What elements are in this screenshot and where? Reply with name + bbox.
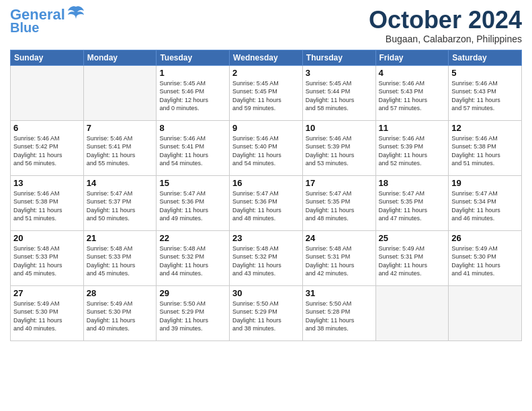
col-friday: Friday [375, 50, 449, 65]
day-info: Sunrise: 5:50 AM Sunset: 5:29 PM Dayligh… [159, 300, 226, 333]
day-number: 25 [379, 233, 446, 243]
day-number: 18 [379, 178, 446, 188]
day-number: 20 [13, 233, 81, 243]
col-thursday: Thursday [302, 50, 375, 65]
calendar-cell: 10Sunrise: 5:46 AM Sunset: 5:39 PM Dayli… [302, 120, 375, 175]
calendar-cell: 8Sunrise: 5:46 AM Sunset: 5:41 PM Daylig… [157, 120, 230, 175]
day-number: 19 [451, 178, 519, 188]
day-number: 6 [13, 123, 81, 133]
day-info: Sunrise: 5:47 AM Sunset: 5:37 PM Dayligh… [87, 189, 154, 223]
calendar-week-row: 1Sunrise: 5:45 AM Sunset: 5:46 PM Daylig… [11, 65, 522, 120]
day-number: 11 [379, 123, 446, 133]
col-wednesday: Wednesday [230, 50, 303, 65]
calendar-cell: 6Sunrise: 5:46 AM Sunset: 5:42 PM Daylig… [11, 120, 84, 175]
day-info: Sunrise: 5:48 AM Sunset: 5:31 PM Dayligh… [306, 244, 373, 278]
logo-bird-icon [66, 4, 85, 23]
calendar-cell: 30Sunrise: 5:50 AM Sunset: 5:29 PM Dayli… [230, 285, 303, 340]
header: General Blue October 2024 Bugaan, Calaba… [10, 7, 522, 44]
day-number: 14 [87, 178, 154, 188]
day-number: 30 [232, 288, 300, 298]
day-info: Sunrise: 5:46 AM Sunset: 5:38 PM Dayligh… [451, 134, 519, 168]
day-number: 4 [379, 68, 446, 78]
calendar-cell: 19Sunrise: 5:47 AM Sunset: 5:34 PM Dayli… [449, 175, 522, 230]
calendar-cell: 21Sunrise: 5:48 AM Sunset: 5:33 PM Dayli… [83, 230, 157, 285]
calendar-cell: 18Sunrise: 5:47 AM Sunset: 5:35 PM Dayli… [375, 175, 449, 230]
day-info: Sunrise: 5:50 AM Sunset: 5:29 PM Dayligh… [232, 300, 300, 333]
logo: General Blue [10, 7, 85, 35]
calendar-cell: 17Sunrise: 5:47 AM Sunset: 5:35 PM Dayli… [302, 175, 375, 230]
calendar-cell [449, 285, 522, 340]
day-info: Sunrise: 5:48 AM Sunset: 5:33 PM Dayligh… [87, 244, 154, 278]
calendar-cell: 13Sunrise: 5:46 AM Sunset: 5:38 PM Dayli… [11, 175, 84, 230]
day-info: Sunrise: 5:45 AM Sunset: 5:45 PM Dayligh… [232, 79, 300, 113]
day-info: Sunrise: 5:46 AM Sunset: 5:38 PM Dayligh… [13, 189, 81, 223]
day-info: Sunrise: 5:47 AM Sunset: 5:34 PM Dayligh… [451, 189, 519, 223]
calendar-cell: 7Sunrise: 5:46 AM Sunset: 5:41 PM Daylig… [83, 120, 157, 175]
calendar-cell: 2Sunrise: 5:45 AM Sunset: 5:45 PM Daylig… [230, 65, 303, 120]
calendar-cell: 24Sunrise: 5:48 AM Sunset: 5:31 PM Dayli… [302, 230, 375, 285]
calendar-cell: 1Sunrise: 5:45 AM Sunset: 5:46 PM Daylig… [157, 65, 230, 120]
calendar-cell: 22Sunrise: 5:48 AM Sunset: 5:32 PM Dayli… [157, 230, 230, 285]
calendar-cell: 4Sunrise: 5:46 AM Sunset: 5:43 PM Daylig… [375, 65, 449, 120]
calendar-cell: 9Sunrise: 5:46 AM Sunset: 5:40 PM Daylig… [230, 120, 303, 175]
calendar-cell: 14Sunrise: 5:47 AM Sunset: 5:37 PM Dayli… [83, 175, 157, 230]
calendar-week-row: 13Sunrise: 5:46 AM Sunset: 5:38 PM Dayli… [11, 175, 522, 230]
day-info: Sunrise: 5:50 AM Sunset: 5:28 PM Dayligh… [306, 300, 373, 333]
calendar-cell: 28Sunrise: 5:49 AM Sunset: 5:30 PM Dayli… [83, 285, 157, 340]
day-info: Sunrise: 5:49 AM Sunset: 5:30 PM Dayligh… [87, 300, 154, 333]
calendar-cell: 11Sunrise: 5:46 AM Sunset: 5:39 PM Dayli… [375, 120, 449, 175]
day-number: 16 [232, 178, 300, 188]
logo-blue: Blue [10, 20, 39, 35]
day-number: 27 [13, 288, 81, 298]
calendar-cell: 5Sunrise: 5:46 AM Sunset: 5:43 PM Daylig… [449, 65, 522, 120]
main-container: General Blue October 2024 Bugaan, Calaba… [0, 0, 532, 348]
calendar-cell: 27Sunrise: 5:49 AM Sunset: 5:30 PM Dayli… [11, 285, 84, 340]
day-info: Sunrise: 5:49 AM Sunset: 5:30 PM Dayligh… [13, 300, 81, 333]
day-info: Sunrise: 5:46 AM Sunset: 5:42 PM Dayligh… [13, 134, 81, 168]
location-subtitle: Bugaan, Calabarzon, Philippines [369, 34, 522, 44]
day-number: 28 [87, 288, 154, 298]
day-number: 9 [232, 123, 300, 133]
day-number: 26 [451, 233, 519, 243]
col-tuesday: Tuesday [157, 50, 230, 65]
day-number: 21 [87, 233, 154, 243]
day-number: 24 [306, 233, 373, 243]
day-info: Sunrise: 5:46 AM Sunset: 5:43 PM Dayligh… [379, 79, 446, 113]
calendar-week-row: 6Sunrise: 5:46 AM Sunset: 5:42 PM Daylig… [11, 120, 522, 175]
calendar-cell [375, 285, 449, 340]
day-number: 12 [451, 123, 519, 133]
calendar-cell [83, 65, 157, 120]
calendar-week-row: 27Sunrise: 5:49 AM Sunset: 5:30 PM Dayli… [11, 285, 522, 340]
calendar-cell: 23Sunrise: 5:48 AM Sunset: 5:32 PM Dayli… [230, 230, 303, 285]
calendar-header-row: Sunday Monday Tuesday Wednesday Thursday… [11, 50, 522, 65]
day-info: Sunrise: 5:46 AM Sunset: 5:39 PM Dayligh… [379, 134, 446, 168]
day-number: 31 [306, 288, 373, 298]
day-info: Sunrise: 5:46 AM Sunset: 5:39 PM Dayligh… [306, 134, 373, 168]
calendar-cell: 20Sunrise: 5:48 AM Sunset: 5:33 PM Dayli… [11, 230, 84, 285]
day-info: Sunrise: 5:47 AM Sunset: 5:36 PM Dayligh… [159, 189, 226, 223]
calendar-cell: 31Sunrise: 5:50 AM Sunset: 5:28 PM Dayli… [302, 285, 375, 340]
day-info: Sunrise: 5:47 AM Sunset: 5:35 PM Dayligh… [306, 189, 373, 223]
day-info: Sunrise: 5:48 AM Sunset: 5:33 PM Dayligh… [13, 244, 81, 278]
calendar-cell: 29Sunrise: 5:50 AM Sunset: 5:29 PM Dayli… [157, 285, 230, 340]
day-number: 2 [232, 68, 300, 78]
day-number: 10 [306, 123, 373, 133]
day-number: 15 [159, 178, 226, 188]
day-number: 13 [13, 178, 81, 188]
day-number: 17 [306, 178, 373, 188]
day-info: Sunrise: 5:47 AM Sunset: 5:36 PM Dayligh… [232, 189, 300, 223]
day-info: Sunrise: 5:49 AM Sunset: 5:30 PM Dayligh… [451, 244, 519, 278]
day-number: 1 [159, 68, 226, 78]
day-info: Sunrise: 5:48 AM Sunset: 5:32 PM Dayligh… [159, 244, 226, 278]
day-number: 22 [159, 233, 226, 243]
day-info: Sunrise: 5:46 AM Sunset: 5:41 PM Dayligh… [159, 134, 226, 168]
col-sunday: Sunday [11, 50, 84, 65]
day-number: 5 [451, 68, 519, 78]
calendar-cell: 12Sunrise: 5:46 AM Sunset: 5:38 PM Dayli… [449, 120, 522, 175]
calendar-cell: 25Sunrise: 5:49 AM Sunset: 5:31 PM Dayli… [375, 230, 449, 285]
day-info: Sunrise: 5:45 AM Sunset: 5:44 PM Dayligh… [306, 79, 373, 113]
day-number: 3 [306, 68, 373, 78]
day-info: Sunrise: 5:46 AM Sunset: 5:41 PM Dayligh… [87, 134, 154, 168]
col-saturday: Saturday [449, 50, 522, 65]
day-info: Sunrise: 5:46 AM Sunset: 5:43 PM Dayligh… [451, 79, 519, 113]
